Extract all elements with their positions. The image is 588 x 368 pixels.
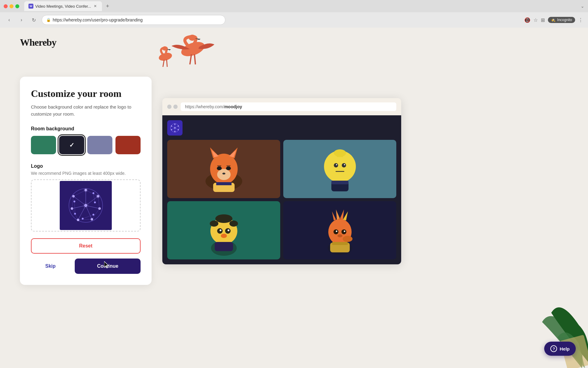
preview-url-bold: moodjoy bbox=[224, 104, 242, 109]
video-tile-3 bbox=[167, 201, 280, 259]
menu-button[interactable]: ⋮ bbox=[578, 17, 583, 23]
svg-point-92 bbox=[221, 234, 227, 238]
svg-point-103 bbox=[344, 231, 345, 232]
svg-line-40 bbox=[74, 201, 75, 214]
svg-marker-96 bbox=[332, 211, 336, 220]
svg-point-4 bbox=[158, 52, 173, 62]
svg-line-29 bbox=[72, 205, 86, 209]
color-swatch-muted-blue[interactable] bbox=[87, 136, 112, 154]
security-lock-icon: 🔒 bbox=[46, 18, 51, 22]
video-grid bbox=[167, 140, 396, 259]
active-tab[interactable]: W Video Meetings, Video Confer... ✕ bbox=[24, 1, 102, 11]
svg-line-3 bbox=[194, 54, 195, 64]
logo-section-label: Logo bbox=[31, 163, 141, 169]
browser-chrome: W Video Meetings, Video Confer... ✕ + ⌄ … bbox=[0, 0, 588, 28]
svg-point-86 bbox=[210, 220, 218, 227]
svg-point-1 bbox=[189, 35, 196, 41]
bottom-actions: Skip Continue bbox=[31, 259, 141, 274]
svg-point-91 bbox=[228, 229, 229, 231]
svg-marker-99 bbox=[343, 211, 348, 220]
tab-close-button[interactable]: ✕ bbox=[93, 4, 98, 9]
svg-point-100 bbox=[334, 229, 338, 234]
svg-point-78 bbox=[336, 164, 337, 165]
card-title: Customize your room bbox=[31, 88, 141, 99]
preview-content bbox=[162, 115, 401, 264]
new-tab-button[interactable]: + bbox=[103, 2, 112, 10]
window-controls bbox=[4, 4, 19, 8]
video-tile-4 bbox=[283, 201, 396, 259]
incognito-label: Incognito bbox=[557, 18, 572, 22]
svg-point-79 bbox=[344, 164, 345, 165]
svg-point-87 bbox=[229, 220, 238, 227]
camera-off-icon[interactable]: 📵 bbox=[524, 17, 530, 23]
svg-line-6 bbox=[163, 60, 164, 67]
preview-address-bar: https://whereby.com/moodjoy bbox=[181, 102, 396, 111]
svg-line-7 bbox=[167, 59, 167, 67]
preview-browser-bar: https://whereby.com/moodjoy bbox=[162, 98, 401, 115]
incognito-badge: 🕵 Incognito bbox=[548, 17, 575, 23]
preview-logo-bar bbox=[167, 120, 396, 136]
customize-card: Customize your room Choose background co… bbox=[20, 77, 152, 285]
tab-bar: W Video Meetings, Video Confer... ✕ + ⌄ bbox=[0, 0, 588, 12]
color-options: ✓ bbox=[31, 136, 141, 154]
svg-point-101 bbox=[341, 229, 346, 234]
svg-point-105 bbox=[343, 236, 352, 242]
help-button[interactable]: ? Help bbox=[544, 342, 576, 356]
color-swatch-red-brown[interactable] bbox=[115, 136, 141, 154]
svg-line-34 bbox=[78, 219, 92, 220]
continue-button[interactable]: Continue bbox=[75, 259, 141, 274]
svg-line-25 bbox=[86, 196, 98, 205]
help-question-icon: ? bbox=[550, 345, 557, 352]
toolbar-icons: 📵 ☆ ⊞ 🕵 Incognito ⋮ bbox=[524, 17, 583, 23]
preview-dot-2 bbox=[173, 105, 178, 109]
svg-marker-98 bbox=[340, 209, 344, 220]
bookmark-icon[interactable]: ☆ bbox=[533, 17, 538, 23]
svg-point-5 bbox=[162, 46, 167, 51]
svg-point-102 bbox=[336, 231, 337, 232]
preview-panel: https://whereby.com/moodjoy bbox=[162, 98, 401, 264]
svg-line-31 bbox=[86, 190, 98, 196]
address-bar[interactable]: 🔒 https://whereby.com/user/pro-upgrade/b… bbox=[42, 15, 225, 25]
preview-url-plain: https://whereby.com/ bbox=[185, 104, 224, 109]
room-background-label: Room background bbox=[31, 126, 141, 132]
color-swatch-dark-blue[interactable]: ✓ bbox=[59, 136, 84, 154]
grid-view-icon[interactable]: ⊞ bbox=[541, 17, 545, 23]
incognito-icon: 🕵 bbox=[551, 18, 556, 22]
svg-rect-72 bbox=[216, 182, 232, 185]
color-swatch-green[interactable] bbox=[31, 136, 56, 154]
tab-favicon: W bbox=[28, 4, 33, 9]
skip-button[interactable]: Skip bbox=[31, 260, 70, 272]
flamingo-decoration bbox=[147, 34, 227, 71]
url-display: https://whereby.com/user/pro-upgrade/bra… bbox=[53, 17, 143, 22]
svg-point-70 bbox=[222, 173, 225, 174]
logo-upload-area[interactable] bbox=[31, 179, 141, 232]
svg-point-90 bbox=[220, 229, 221, 231]
tab-title: Video Meetings, Video Confer... bbox=[35, 4, 91, 9]
minimize-window-button[interactable] bbox=[9, 4, 13, 8]
svg-line-53 bbox=[175, 126, 178, 128]
logo-hint: We recommend PNG images at least 400px w… bbox=[31, 171, 141, 176]
svg-line-56 bbox=[172, 128, 175, 130]
forward-button[interactable]: › bbox=[17, 16, 26, 24]
preview-globe-icon bbox=[167, 120, 183, 136]
address-bar-row: ‹ › ↻ 🔒 https://whereby.com/user/pro-upg… bbox=[0, 12, 588, 28]
maximize-window-button[interactable] bbox=[15, 4, 19, 8]
help-label: Help bbox=[560, 346, 570, 351]
svg-rect-93 bbox=[215, 242, 233, 251]
svg-point-77 bbox=[342, 163, 346, 167]
svg-line-36 bbox=[72, 196, 74, 209]
svg-rect-75 bbox=[337, 152, 343, 157]
preview-dot-1 bbox=[167, 105, 172, 109]
tabs-overflow-button[interactable]: ⌄ bbox=[581, 4, 584, 9]
svg-point-76 bbox=[334, 163, 338, 167]
close-window-button[interactable] bbox=[4, 4, 8, 8]
svg-line-57 bbox=[172, 126, 175, 128]
reload-button[interactable]: ↻ bbox=[29, 16, 38, 24]
svg-line-54 bbox=[175, 128, 178, 130]
logo-preview bbox=[60, 181, 112, 230]
preview-window-dots bbox=[167, 105, 178, 109]
back-button[interactable]: ‹ bbox=[5, 16, 13, 24]
card-subtitle: Choose background color and replace the … bbox=[31, 104, 141, 117]
svg-line-37 bbox=[74, 190, 86, 196]
reset-button[interactable]: Reset bbox=[31, 238, 141, 254]
